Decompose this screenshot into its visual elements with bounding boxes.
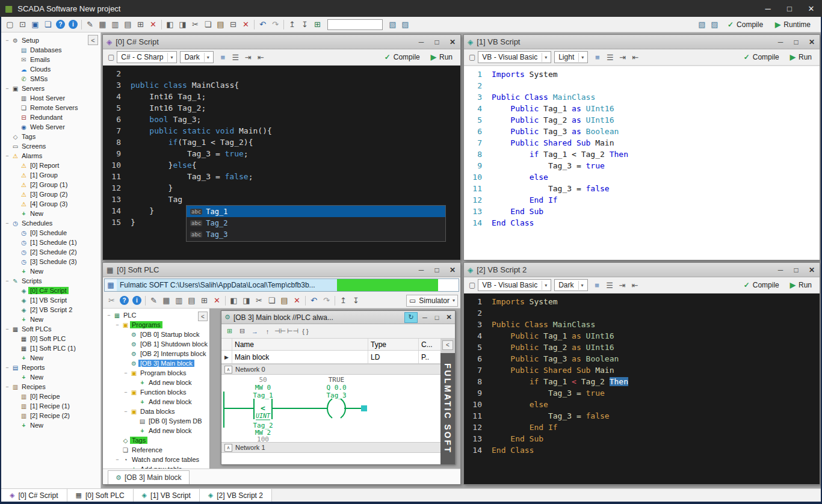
tree-item-ob-1-shutdown-block[interactable]: ⚙[OB 1] Shutdown block	[103, 339, 209, 349]
add-block-icon[interactable]: ⊞	[223, 325, 236, 337]
tree-item-reference[interactable]: ❏Reference	[103, 445, 209, 455]
format-code-icon[interactable]: ≡	[591, 51, 604, 63]
braces-icon[interactable]: { }	[299, 325, 312, 337]
tree-item-0-recipe[interactable]: ▥[0] Recipe	[1, 392, 100, 401]
tree-item-2-schedule-2[interactable]: ◷[2] Schedule (2)	[1, 247, 100, 257]
language-select[interactable]: VB - Visual Basic▾	[478, 51, 551, 63]
plc-tree-collapse-button[interactable]: <	[198, 312, 208, 321]
table-columns-icon[interactable]: ▥	[173, 295, 185, 307]
expand-toggle-icon[interactable]: −	[105, 312, 113, 318]
tree-item-2-recipe-2[interactable]: ▥[2] Recipe (2)	[1, 411, 100, 420]
goto-icon[interactable]: →	[249, 325, 261, 337]
column-header-type[interactable]: Type	[368, 339, 419, 350]
comment-icon[interactable]: ☰	[604, 279, 616, 291]
table-icon[interactable]: ▦	[160, 295, 173, 307]
delete-icon[interactable]: ✕	[239, 19, 252, 31]
close-button[interactable]: ✕	[443, 312, 455, 323]
column-header-comment[interactable]: C...	[419, 339, 440, 350]
compile-button[interactable]: ✓Compile	[738, 51, 785, 64]
table-icon[interactable]: ▦	[96, 19, 109, 31]
tree-item-remote-servers[interactable]: ❏Remote Servers	[1, 103, 100, 112]
minimize-button[interactable]: ─	[413, 35, 429, 49]
tab-ob3-main-block[interactable]: ⚙ [OB 3] Main block	[108, 470, 190, 484]
tree-item-add-new-block[interactable]: +Add new block	[103, 426, 209, 435]
tree-item-new[interactable]: +New	[1, 315, 100, 324]
window-titlebar[interactable]: ◈ [1] VB Script ─ □ ✕	[464, 35, 820, 49]
tree-item-clouds[interactable]: ☁Clouds	[1, 64, 100, 74]
tree-item-new[interactable]: +New	[1, 266, 100, 276]
expand-toggle-icon[interactable]: −	[114, 322, 121, 328]
selection-handle[interactable]	[361, 405, 367, 411]
column-header-name[interactable]: Name	[232, 339, 368, 350]
export-icon[interactable]: ↥	[286, 19, 298, 31]
tree-item-alarms[interactable]: −⚠Alarms	[1, 151, 100, 161]
ladder-canvas[interactable]: < UINT 50 MW 0 Tag_1 Tag_2 MW 2 100	[221, 375, 440, 442]
save-all-icon[interactable]: ❏	[42, 19, 54, 31]
plc-tree[interactable]: −▦PLC−▣Programs⚙[OB 0] Startup block⚙[OB…	[103, 310, 209, 470]
tree-item-host-server[interactable]: ▥Host Server	[1, 93, 100, 103]
copy-icon[interactable]: ❏	[265, 295, 278, 307]
close-button[interactable]: ✕	[445, 35, 460, 49]
tree-item-4-group-3[interactable]: ⚠[4] Group (3)	[1, 199, 100, 209]
autocomplete-item[interactable]: abcTag_2	[187, 217, 445, 229]
redo-icon[interactable]: ↷	[320, 295, 333, 307]
tree-item-0-report[interactable]: ⚠[0] Report	[1, 161, 100, 170]
maximize-button[interactable]: □	[431, 312, 443, 323]
expand-toggle-icon[interactable]: −	[114, 456, 121, 463]
tree-item-function-blocks[interactable]: −▣Function blocks	[103, 387, 209, 397]
project-tree[interactable]: −⚙Setup▤Databases✉Emails☁Clouds✆SMSs−▣Se…	[1, 32, 100, 430]
table-rows-icon[interactable]: ▤	[185, 295, 198, 307]
cut-icon[interactable]: ✂	[189, 19, 202, 31]
insert-column-right-icon[interactable]: ◨	[240, 295, 253, 307]
tree-item-new[interactable]: +New	[1, 353, 100, 363]
run-button[interactable]: ▶Run	[785, 278, 817, 292]
tree-item-scripts[interactable]: −✎Scripts	[1, 276, 100, 286]
maximize-button[interactable]: □	[788, 263, 804, 277]
tree-item-plc[interactable]: −▦PLC	[103, 310, 209, 320]
tree-item-0-schedule[interactable]: ◷[0] Schedule	[1, 228, 100, 238]
indent-icon[interactable]: ⇥	[616, 51, 629, 63]
code-editor[interactable]: 1Imports System23Public Class MainClass4…	[464, 66, 820, 260]
undo-icon[interactable]: ↶	[307, 295, 320, 307]
run-button[interactable]: ▶Run	[425, 51, 458, 64]
expand-toggle-icon[interactable]: −	[4, 37, 11, 43]
new-project-icon[interactable]: ▢	[4, 19, 16, 31]
tree-item-setup[interactable]: −⚙Setup	[1, 35, 100, 45]
expand-toggle-icon[interactable]: −	[4, 384, 11, 390]
undo-icon[interactable]: ↶	[256, 19, 269, 31]
tree-item-schedules[interactable]: −◷Schedules	[1, 218, 100, 228]
image-export-icon[interactable]: ▧	[386, 19, 399, 31]
app-titlebar[interactable]: ▦ SCADA Software New project ─ □ ✕	[0, 0, 822, 17]
expand-toggle-icon[interactable]: −	[4, 364, 11, 370]
theme-select[interactable]: Dark▾	[180, 51, 213, 63]
collapse-network-icon[interactable]: ∧	[224, 444, 232, 452]
minimize-button[interactable]: ─	[773, 35, 788, 49]
tree-item-new[interactable]: +New	[1, 420, 100, 430]
move-up-icon[interactable]: ↑	[261, 325, 274, 337]
outdent-icon[interactable]: ⇤	[629, 51, 641, 63]
maximize-button[interactable]: □	[429, 35, 445, 49]
paste-icon[interactable]: ▤	[214, 19, 227, 31]
block-name-cell[interactable]: Main block	[232, 351, 368, 363]
table-rows-icon[interactable]: ▤	[122, 19, 134, 31]
taskbar-tab-2-vb-script-2[interactable]: ◈[2] VB Script 2	[200, 489, 272, 502]
network-1-header[interactable]: ∧ Network 1	[221, 442, 440, 453]
tree-item-smss[interactable]: ✆SMSs	[1, 74, 100, 84]
tree-item-tags[interactable]: ◇Tags	[103, 435, 209, 445]
tree-item-1-recipe-1[interactable]: ▥[1] Recipe (1)	[1, 401, 100, 411]
taskbar-tab-0-soft-plc[interactable]: ▦[0] Soft PLC	[67, 489, 134, 502]
tree-item-data-blocks[interactable]: −▣Data blocks	[103, 407, 209, 416]
tree-item-ob-2-interrupts-block[interactable]: ⚙[OB 2] Interrupts block	[103, 349, 209, 358]
insert-column-right-icon[interactable]: ◨	[176, 19, 189, 31]
insert-coil-icon[interactable]: ⊢⊣	[286, 325, 299, 337]
table-cells-icon[interactable]: ⊞	[134, 19, 147, 31]
close-button[interactable]: ✕	[800, 0, 822, 17]
code-editor[interactable]: 1Imports System23Public Class MainClass4…	[464, 293, 820, 484]
insert-contact-icon[interactable]: ⊣⊢	[274, 325, 286, 337]
save-icon[interactable]: ▣	[29, 19, 42, 31]
network-0-header[interactable]: ∧ Network 0	[221, 364, 440, 375]
tree-item-programs[interactable]: −▣Programs	[103, 320, 209, 330]
cut-icon[interactable]: ✂	[253, 295, 265, 307]
language-select[interactable]: C# - C Sharp▾	[117, 51, 177, 63]
expand-toggle-icon[interactable]: −	[122, 370, 129, 376]
